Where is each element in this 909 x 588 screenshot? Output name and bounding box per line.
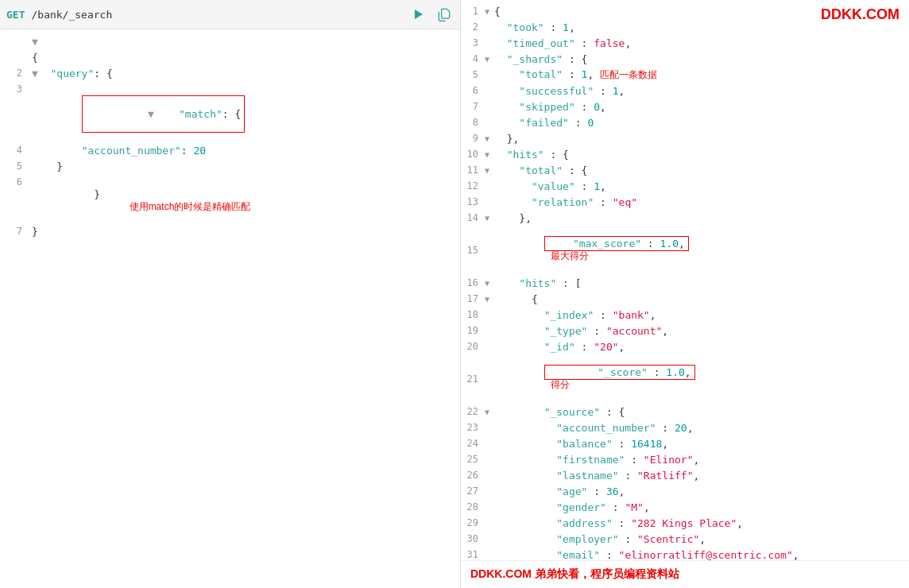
watermark: DDKK.COM — [821, 6, 899, 23]
left-panel: GET /bank/_search ▼ { 2 ▼ "query": { — [0, 0, 461, 588]
json-line: 25 "firstname" : "Elinor", — [461, 451, 909, 467]
run-button[interactable] — [409, 5, 428, 24]
json-line: 19 "_type" : "account", — [461, 323, 909, 338]
json-line: 12 "value" : 1, — [461, 178, 909, 194]
json-line: 14 ▼ }, — [461, 210, 909, 226]
code-line: 4 "account_number": 20 — [0, 145, 460, 161]
json-line: 8 "failed" : 0 — [461, 114, 909, 130]
http-method: GET — [6, 9, 25, 21]
code-line: 3 ▼ "match": { — [0, 83, 460, 145]
json-line: 16 ▼ "hits" : [ — [461, 275, 909, 291]
annotation-match: 使用match的时候是精确匹配 — [130, 201, 251, 212]
url-path: /bank/_search — [31, 9, 403, 21]
annotation-score: 得分 — [551, 379, 570, 390]
json-line: 4 ▼ "_shards" : { — [461, 51, 909, 67]
copy-button[interactable] — [435, 5, 454, 24]
play-icon — [415, 10, 423, 19]
json-line: 23 "account_number" : 20, — [461, 420, 909, 435]
json-line: 24 "balance" : 16418, — [461, 435, 909, 451]
json-line: 29 "address" : "282 Kings Place", — [461, 515, 909, 531]
right-panel[interactable]: 1 ▼ { 2 "took" : 1, 3 "timed_out" : fals… — [461, 0, 909, 560]
bottom-text: DDKK.COM 弟弟快看，程序员编程资料站 — [470, 567, 679, 580]
json-line: 17 ▼ { — [461, 291, 909, 307]
json-line: 13 "relation" : "eq" — [461, 194, 909, 210]
json-line: 11 ▼ "total" : { — [461, 162, 909, 178]
json-line: 26 "lastname" : "Ratliff", — [461, 467, 909, 483]
toolbar: GET /bank/_search — [0, 0, 460, 29]
json-line: 31 "email" : "elinorratliff@scentric.com… — [461, 547, 909, 560]
copy-icon — [436, 6, 452, 22]
annotation-max-score: 最大得分 — [551, 250, 589, 261]
json-line: 18 "_index" : "bank", — [461, 307, 909, 323]
json-line-max-score: 15 "max_score" : 1.0, 最大得分 — [461, 226, 909, 275]
json-line: 9 ▼ }, — [461, 130, 909, 146]
code-line: 6 } 使用match的时候是精确匹配 — [0, 176, 460, 226]
json-line: 6 "successful" : 1, — [461, 83, 909, 99]
code-line: { — [0, 52, 460, 68]
right-panel-wrapper: DDKK.COM 1 ▼ { 2 "took" : 1, 3 "timed_ou… — [461, 0, 909, 588]
code-line: ▼ — [0, 36, 460, 52]
bottom-bar: DDKK.COM 弟弟快看，程序员编程资料站 — [461, 560, 909, 588]
json-line: 20 "_id" : "20", — [461, 338, 909, 354]
code-line: 2 ▼ "query": { — [0, 68, 460, 83]
json-line: 22 ▼ "_source" : { — [461, 404, 909, 420]
json-line: 7 "skipped" : 0, — [461, 99, 909, 114]
json-line: 27 "age" : 36, — [461, 483, 909, 499]
json-line: 10 ▼ "hits" : { — [461, 146, 909, 162]
code-line: 5 } — [0, 161, 460, 176]
editor-area: ▼ { 2 ▼ "query": { 3 ▼ "match": { 4 "acc… — [0, 29, 460, 588]
json-line-score: 21 "_score" : 1.0, 得分 — [461, 354, 909, 404]
json-line: 28 "gender" : "M", — [461, 499, 909, 515]
json-line: 30 "employer" : "Scentric", — [461, 531, 909, 547]
json-line: 5 "total" : 1,匹配一条数据 — [461, 67, 909, 83]
code-line: 7 } — [0, 226, 460, 242]
json-line: 3 "timed_out" : false, — [461, 35, 909, 51]
